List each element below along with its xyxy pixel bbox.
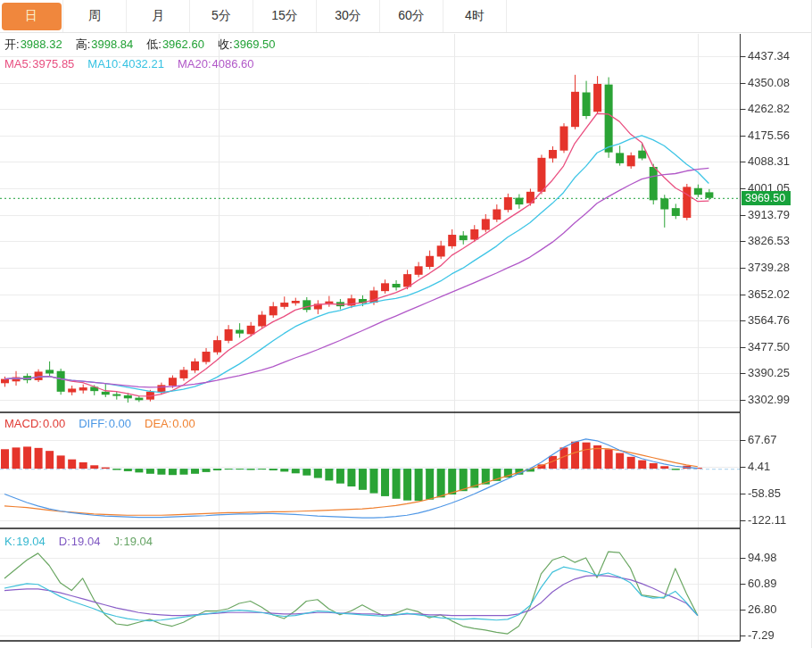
- timeframe-tabs: 日周月5分15分30分60分4时: [0, 0, 812, 33]
- axis-tick-label: 4.41: [748, 460, 770, 474]
- axis-tick-label: 3302.99: [748, 393, 790, 407]
- axis-tick-label: 3913.79: [748, 208, 790, 222]
- ma-item: MA20:4086.60: [178, 57, 254, 71]
- tab-15分[interactable]: 15分: [253, 0, 317, 32]
- tab-30分[interactable]: 30分: [317, 0, 380, 32]
- ohlc-item: 高:3998.84: [76, 37, 134, 51]
- tab-label: 5分: [210, 8, 233, 24]
- axis-tick-label: 67.67: [748, 433, 777, 447]
- ma-item: MA10:4032.21: [87, 57, 164, 71]
- tab-label: 15分: [269, 8, 300, 24]
- macd-item: DEA:0.00: [145, 417, 195, 430]
- tab-label: 日: [2, 3, 62, 30]
- tab-label: 月: [150, 8, 166, 24]
- tab-日[interactable]: 日: [0, 0, 63, 32]
- ohlc-item: 低:3962.60: [146, 37, 204, 51]
- tab-5分[interactable]: 5分: [190, 0, 253, 32]
- axis-tick-label: -122.11: [748, 513, 786, 528]
- kdj-item: J:19.04: [113, 535, 153, 548]
- tab-4时[interactable]: 4时: [443, 0, 507, 32]
- tab-label: 30分: [333, 8, 363, 24]
- tab-月[interactable]: 月: [127, 0, 190, 32]
- ohlc-readout: 开:3988.32高:3998.84低:3962.60收:3969.50: [4, 37, 289, 51]
- kline-app: 日周月5分15分30分60分4时 开:3988.32高:3998.84低:396…: [0, 0, 812, 648]
- ohlc-item: 收:3969.50: [218, 37, 276, 51]
- current-price-tag: 3969.50: [742, 191, 791, 205]
- axis-tick-label: 3739.28: [748, 261, 790, 275]
- ma-readout: MA5:3975.85MA10:4032.21MA20:4086.60: [4, 57, 268, 71]
- axis-tick-label: 60.89: [748, 577, 777, 591]
- ohlc-item: 开:3988.32: [4, 37, 62, 51]
- axis-tick-label: 4350.08: [748, 76, 790, 90]
- kdj-item: D:19.04: [59, 535, 101, 548]
- axis-tick-label: 4437.34: [748, 49, 790, 63]
- axis-tick-label: 4088.31: [748, 154, 790, 169]
- axis-tick-label: -58.85: [748, 486, 781, 501]
- tab-60分[interactable]: 60分: [380, 0, 443, 32]
- tab-label: 周: [87, 8, 103, 24]
- axis-tick-label: 3564.76: [748, 313, 790, 328]
- axis-tick-label: 3390.25: [748, 366, 790, 380]
- axis-tick-label: -7.29: [748, 628, 775, 643]
- kdj-readout: K:19.04D:19.04J:19.04: [4, 535, 166, 548]
- axis-tick-label: 26.80: [748, 602, 777, 617]
- macd-item: DIFF:0.00: [79, 417, 131, 430]
- axis-tick-label: 3652.02: [748, 287, 790, 302]
- axis-tick-label: 3826.53: [748, 234, 790, 248]
- kdj-item: K:19.04: [4, 535, 46, 548]
- axis-tick-label: 4175.56: [748, 129, 790, 143]
- ma-item: MA5:3975.85: [4, 57, 74, 71]
- axis-tick-label: 94.98: [748, 551, 777, 565]
- axis-tick-label: 3477.50: [748, 340, 790, 354]
- tab-周[interactable]: 周: [63, 0, 127, 32]
- macd-item: MACD:0.00: [4, 417, 65, 430]
- kline-chart-canvas[interactable]: [0, 34, 812, 648]
- macd-readout: MACD:0.00DIFF:0.00DEA:0.00: [4, 417, 209, 430]
- axis-tick-label: 4262.82: [748, 102, 790, 116]
- tab-label: 60分: [396, 8, 427, 24]
- tab-label: 4时: [463, 8, 486, 24]
